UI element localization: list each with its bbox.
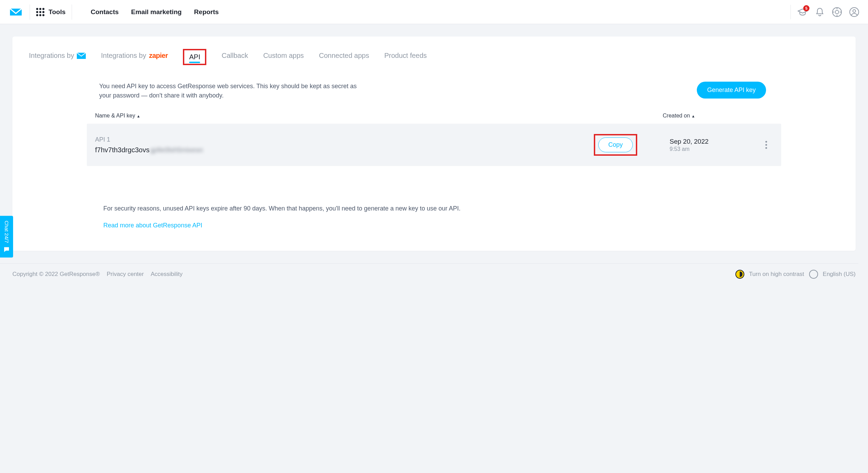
page-content: Integrations by Integrations by zapier A… (0, 24, 868, 251)
contrast-icon (735, 270, 744, 279)
high-contrast-toggle[interactable]: Turn on high contrast (749, 271, 804, 278)
globe-icon (809, 270, 818, 279)
profile-icon[interactable] (849, 7, 860, 18)
api-key-hidden: gj4le0lsh5mixesn (150, 146, 203, 154)
divider (30, 4, 30, 20)
nav-right: 5 (790, 5, 860, 19)
intro-text: You need API key to access GetResponse w… (99, 82, 361, 100)
intro-row: You need API key to access GetResponse w… (12, 82, 856, 100)
nav-links: Contacts Email marketing Reports (91, 8, 219, 16)
nav-link-reports[interactable]: Reports (194, 8, 219, 16)
created-date: Sep 20, 2022 (670, 138, 759, 145)
tab-label: Connected apps (319, 52, 369, 60)
apps-icon (36, 8, 44, 16)
tab-content: You need API key to access GetResponse w… (12, 73, 856, 230)
generate-api-key-button[interactable]: Generate API key (697, 82, 766, 99)
sort-caret-icon: ▲ (691, 114, 695, 118)
tab-label: Integrations by (29, 52, 74, 60)
tools-menu[interactable]: Tools (36, 8, 65, 16)
key-cell: API 1 f7hv7th3drgc3ovsgj4le0lsh5mixesn (95, 136, 594, 154)
tab-bar: Integrations by Integrations by zapier A… (12, 37, 856, 73)
footer-right: Turn on high contrast English (US) (735, 270, 856, 279)
table-row: API 1 f7hv7th3drgc3ovsgj4le0lsh5mixesn C… (87, 124, 781, 166)
created-cell: Sep 20, 2022 9:53 am (670, 138, 759, 152)
bell-icon[interactable] (814, 7, 825, 18)
divider (790, 5, 791, 19)
top-nav: Tools Contacts Email marketing Reports 5 (0, 0, 868, 24)
copy-cell: Copy (594, 134, 670, 156)
tab-custom-apps[interactable]: Custom apps (263, 52, 304, 62)
main-card: Integrations by Integrations by zapier A… (12, 37, 856, 251)
language-selector[interactable]: English (US) (823, 271, 856, 278)
tab-integrations-zapier[interactable]: Integrations by zapier (101, 52, 168, 62)
api-key-table: Name & API key▲ Created on▲ API 1 f7hv7t… (12, 113, 856, 166)
tools-label: Tools (49, 8, 65, 16)
tab-label: Product feeds (384, 52, 427, 60)
help-icon[interactable] (831, 7, 843, 18)
logo-icon[interactable] (8, 4, 23, 20)
tab-label: Integrations by (101, 52, 146, 60)
sort-caret-icon: ▲ (137, 114, 141, 118)
api-key-value: f7hv7th3drgc3ovsgj4le0lsh5mixesn (95, 146, 594, 154)
footer: Copyright © 2022 GetResponse® Privacy ce… (0, 263, 868, 279)
created-time: 9:53 am (670, 146, 759, 152)
footnote: For security reasons, unused API keys ex… (12, 204, 856, 230)
chat-icon (3, 246, 10, 253)
graduation-icon[interactable]: 5 (797, 7, 808, 18)
chat-label: Chat 24/7 (4, 220, 10, 243)
tab-integrations-getresponse[interactable]: Integrations by (29, 52, 86, 62)
api-key-name: API 1 (95, 136, 594, 143)
tab-label: Custom apps (263, 52, 304, 60)
footer-copyright: Copyright © 2022 GetResponse® (12, 271, 100, 278)
tab-product-feeds[interactable]: Product feeds (384, 52, 427, 62)
footer-link-privacy[interactable]: Privacy center (107, 271, 144, 278)
tab-callback[interactable]: Callback (221, 52, 248, 62)
scrollbar[interactable] (858, 24, 868, 279)
zapier-logo: zapier (149, 52, 168, 60)
nav-link-contacts[interactable]: Contacts (91, 8, 118, 16)
divider (72, 4, 72, 20)
copy-button[interactable]: Copy (598, 137, 633, 152)
chat-tab[interactable]: Chat 24/7 (0, 216, 13, 257)
tab-label: Callback (221, 52, 248, 60)
footer-link-accessibility[interactable]: Accessibility (151, 271, 183, 278)
read-more-link[interactable]: Read more about GetResponse API (103, 221, 202, 230)
footnote-text: For security reasons, unused API keys ex… (103, 204, 766, 213)
table-header: Name & API key▲ Created on▲ (87, 113, 781, 124)
notification-badge: 5 (803, 5, 809, 11)
column-header-name[interactable]: Name & API key▲ (95, 113, 663, 119)
tab-connected-apps[interactable]: Connected apps (319, 52, 369, 62)
column-header-created[interactable]: Created on▲ (663, 113, 773, 119)
tab-label: API (189, 53, 200, 61)
tab-api[interactable]: API (183, 49, 206, 65)
highlight-box: Copy (594, 134, 637, 156)
svg-point-3 (853, 10, 856, 12)
kebab-menu-icon[interactable] (765, 141, 767, 149)
envelope-icon (77, 53, 86, 59)
row-actions (759, 141, 773, 149)
nav-link-email-marketing[interactable]: Email marketing (131, 8, 182, 16)
svg-point-1 (835, 10, 839, 14)
